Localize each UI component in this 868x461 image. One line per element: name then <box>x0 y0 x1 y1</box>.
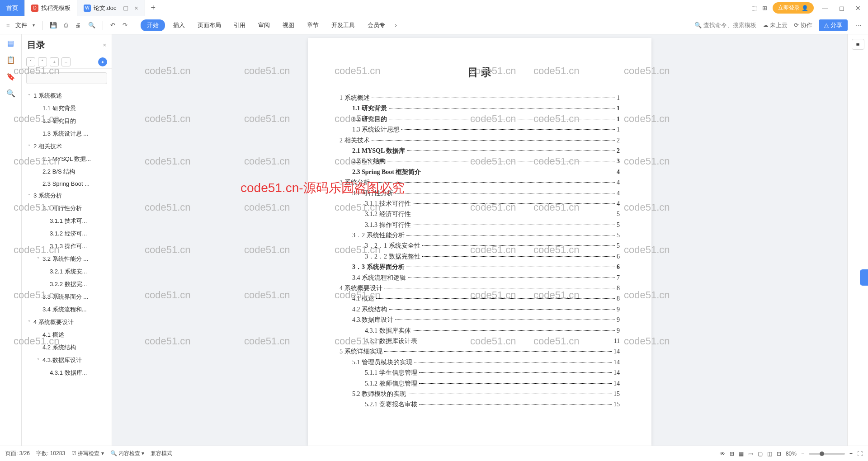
toc-line[interactable]: 4.3.数据库设计9 <box>340 315 620 325</box>
outline-item[interactable]: 3.4 系统流程和... <box>22 303 112 316</box>
bookmark-icon[interactable]: 🔖 <box>6 72 15 81</box>
cloud-status[interactable]: ☁ 未上云 <box>763 21 788 29</box>
outline-item[interactable]: 3.3 系统界面分 ... <box>22 291 112 303</box>
toc-line[interactable]: 4 系统概要设计8 <box>340 283 620 293</box>
outline-item[interactable]: 2.2 B/S 结构 <box>22 165 112 178</box>
toc-line[interactable]: 5.2.1 竞赛报名审核15 <box>340 400 620 409</box>
toc-line[interactable]: 2 相关技术2 <box>340 136 620 146</box>
toc-line[interactable]: 3.1.2 经济可行性5 <box>340 209 620 219</box>
outline-item[interactable]: 3.1.1 技术可... <box>22 215 112 227</box>
toc-line[interactable]: 5.2 教师模块的实现15 <box>340 389 620 399</box>
zoom-slider[interactable] <box>809 453 845 455</box>
read-mode-icon[interactable]: ▭ <box>748 451 753 457</box>
outline-search-input[interactable] <box>26 72 107 84</box>
menu-start[interactable]: 开始 <box>141 19 165 31</box>
page-view-icon[interactable]: ▦ <box>739 451 744 457</box>
outline-item[interactable]: ˅1 系统概述 <box>22 89 112 102</box>
apps-icon[interactable]: ⊞ <box>762 5 767 11</box>
outline-item[interactable]: 3.1.3 操作可... <box>22 240 112 253</box>
toc-line[interactable]: 1.1 研究背景1 <box>340 103 620 113</box>
toc-line[interactable]: 3．2．2 数据完整性6 <box>340 252 620 262</box>
new-tab-button[interactable]: + <box>145 3 161 13</box>
layout-icon[interactable]: ⬚ <box>751 5 757 11</box>
outline-item[interactable]: ˅2 相关技术 <box>22 140 112 153</box>
toc-line[interactable]: 3．3 系统界面分析6 <box>340 262 620 272</box>
toc-line[interactable]: 4.2 系统结构9 <box>340 305 620 315</box>
word-count[interactable]: 字数: 10283 <box>36 450 65 457</box>
eye-icon[interactable]: 👁 <box>720 451 725 457</box>
toc-line[interactable]: 5 系统详细实现14 <box>340 347 620 357</box>
toc-line[interactable]: 3 系统分析4 <box>340 178 620 188</box>
preview-icon[interactable]: 🔍 <box>86 20 97 30</box>
outline-item[interactable]: 3.2.1 系统安... <box>22 265 112 278</box>
compat-mode[interactable]: 兼容模式 <box>151 450 172 457</box>
menu-member[interactable]: 会员专 <box>363 19 390 31</box>
outline-item[interactable]: 3.1.2 经济可... <box>22 227 112 240</box>
toc-line[interactable]: 5.1 管理员模块的实现14 <box>340 358 620 367</box>
clipboard-icon[interactable]: 📋 <box>6 56 15 64</box>
search-box[interactable]: 🔍 查找命令、搜索模板 <box>694 21 756 29</box>
outline-icon[interactable]: ▤ <box>7 39 14 47</box>
remove-icon[interactable]: − <box>61 57 71 66</box>
outline-item[interactable]: 2.3 Spring Boot ... <box>22 178 112 189</box>
outline-item[interactable]: 3.2.2 数据完... <box>22 278 112 291</box>
menu-icon[interactable]: ≡ <box>5 20 12 30</box>
toc-line[interactable]: 3.4 系统流程和逻辑7 <box>340 273 620 283</box>
tab-templates[interactable]: D 找稻壳模板 <box>25 0 77 16</box>
panel-toggle-icon[interactable]: ≡ <box>852 39 864 50</box>
menu-layout[interactable]: 页面布局 <box>193 19 226 31</box>
share-button[interactable]: △分享 <box>819 19 848 31</box>
toc-line[interactable]: 3.1 可行性分析4 <box>340 188 620 198</box>
window-close-icon[interactable]: ✕ <box>853 5 863 12</box>
outline-item[interactable]: ˅3.2 系统性能分 ... <box>22 253 112 265</box>
file-menu[interactable]: 文件 <box>15 21 27 29</box>
outline-item[interactable]: 4.2 系统结构 <box>22 341 112 354</box>
toc-line[interactable]: 2.2 B/S 结构3 <box>340 156 620 166</box>
monitor-icon[interactable]: ▢ <box>123 5 128 11</box>
toc-line[interactable]: 2.3 Spring Boot 框架简介4 <box>340 167 620 177</box>
expand-all-icon[interactable]: ˄ <box>38 57 47 66</box>
print-icon[interactable]: 🖨 <box>73 20 83 30</box>
save-as-icon[interactable]: ⎙ <box>62 20 70 30</box>
outline-item[interactable]: 2.1 MYSQL 数据... <box>22 153 112 165</box>
zoom-in-icon[interactable]: + <box>849 451 853 457</box>
toc-line[interactable]: 5.1.1 学生信息管理14 <box>340 368 620 378</box>
outline-close-icon[interactable]: × <box>103 42 106 48</box>
outline-item[interactable]: 1.1 研究背景 <box>22 102 112 115</box>
toc-line[interactable]: 1.3 系统设计思想1 <box>340 125 620 135</box>
tab-home[interactable]: 首页 <box>0 0 25 16</box>
toc-line[interactable]: 2.1 MYSQL 数据库2 <box>340 146 620 156</box>
outline-item[interactable]: ˅3 系统分析 <box>22 189 112 202</box>
split-icon[interactable]: ◫ <box>767 451 772 457</box>
more-icon[interactable]: ⋯ <box>854 20 863 30</box>
content-check[interactable]: 🔍 内容检查 ▾ <box>110 450 145 457</box>
collab-button[interactable]: ⟳ 协作 <box>794 21 812 29</box>
outline-item[interactable]: 4.3.1 数据库... <box>22 367 112 379</box>
outline-item[interactable]: 1.2 研究目的 <box>22 115 112 127</box>
menu-review[interactable]: 审阅 <box>254 19 274 31</box>
chevron-right-icon[interactable]: › <box>393 20 399 30</box>
spellcheck-toggle[interactable]: ☑ 拼写检查 ▾ <box>71 450 104 457</box>
redo-icon[interactable]: ↷ <box>121 20 129 30</box>
outline-item[interactable]: ˅4 系统概要设计 <box>22 316 112 329</box>
zoom-out-icon[interactable]: − <box>801 451 804 457</box>
menu-view[interactable]: 视图 <box>278 19 299 31</box>
toc-line[interactable]: 1.2 研究目的1 <box>340 114 620 124</box>
toc-line[interactable]: 3.1.1 技术可行性4 <box>340 199 620 209</box>
outline-item[interactable]: 1.3 系统设计思 ... <box>22 127 112 140</box>
menu-insert[interactable]: 插入 <box>169 19 189 31</box>
grid-icon[interactable]: ⊞ <box>730 451 734 457</box>
zoom-level[interactable]: 80% <box>786 451 797 457</box>
outline-item[interactable]: ˅4.3.数据库设计 <box>22 354 112 367</box>
add-icon[interactable]: + <box>50 57 59 66</box>
toc-line[interactable]: 5.1.2 教师信息管理14 <box>340 379 620 389</box>
minimize-icon[interactable]: — <box>819 5 831 12</box>
outline-item[interactable]: ˅3.1 可行性分析 <box>22 202 112 215</box>
undo-icon[interactable]: ↶ <box>108 20 117 30</box>
login-button[interactable]: 立即登录👤 <box>773 2 814 14</box>
feedback-tab[interactable] <box>860 269 868 286</box>
toc-line[interactable]: 3．2．1 系统安全性5 <box>340 241 620 251</box>
maximize-icon[interactable]: ◻ <box>836 5 847 12</box>
web-layout-icon[interactable]: ▢ <box>758 451 763 457</box>
toc-line[interactable]: 1 系统概述1 <box>340 93 620 103</box>
